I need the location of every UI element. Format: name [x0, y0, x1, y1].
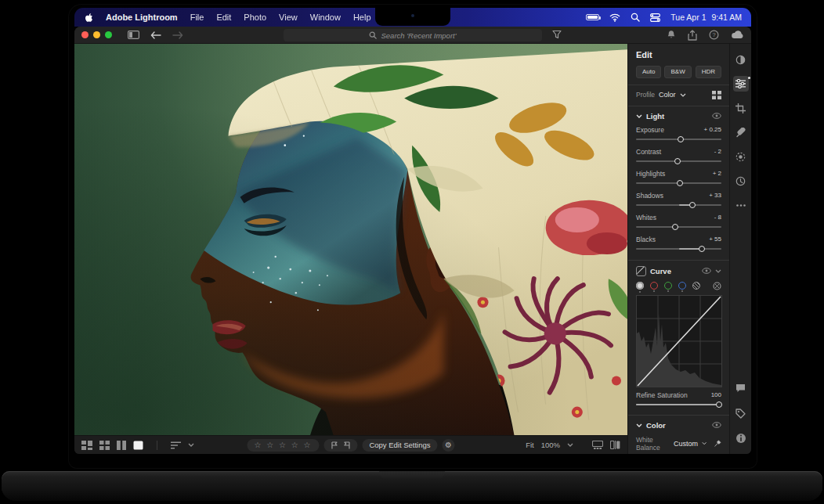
light-visibility-icon[interactable]: [712, 113, 721, 119]
battery-icon[interactable]: [586, 14, 599, 20]
minimize-button[interactable]: [93, 31, 100, 38]
curve-collapse-chevron-icon[interactable]: [715, 269, 721, 273]
menu-file[interactable]: File: [190, 13, 204, 22]
control-center-icon[interactable]: [650, 13, 660, 22]
refine-saturation-slider[interactable]: [636, 401, 721, 408]
shadows-slider-track[interactable]: [636, 201, 721, 208]
contrast-slider-knob[interactable]: [674, 158, 681, 164]
star-rating-control[interactable]: ☆ ☆ ☆ ☆ ☆: [247, 439, 319, 452]
cloud-sync-icon[interactable]: [731, 31, 744, 39]
menu-view[interactable]: View: [279, 13, 298, 22]
menu-bar-clock[interactable]: Tue Apr 19:41 AM: [670, 13, 742, 22]
healing-icon[interactable]: [733, 124, 749, 140]
menu-photo[interactable]: Photo: [244, 13, 266, 22]
back-arrow-icon[interactable]: [150, 31, 161, 39]
exposure-slider-knob[interactable]: [678, 136, 684, 142]
gear-icon[interactable]: ⚙: [443, 439, 455, 452]
info-icon[interactable]: [733, 430, 749, 446]
wifi-icon[interactable]: [609, 13, 620, 22]
camera-dot: [411, 14, 414, 17]
white-balance-label: White Balance: [636, 436, 670, 452]
search-placeholder: Search 'Recent Import': [381, 31, 456, 40]
help-icon[interactable]: ?: [709, 30, 719, 40]
whites-value: - 8: [714, 214, 721, 221]
light-section-header[interactable]: Light: [636, 112, 721, 121]
menu-window[interactable]: Window: [310, 13, 341, 22]
zoom-chevron-icon[interactable]: [567, 443, 573, 447]
color-visibility-icon[interactable]: [712, 422, 721, 428]
search-input[interactable]: Search 'Recent Import': [284, 29, 542, 41]
photo-canvas[interactable]: [74, 44, 627, 435]
contrast-slider-track[interactable]: [636, 157, 721, 164]
profile-value[interactable]: Color: [659, 91, 676, 99]
keywords-tag-icon[interactable]: [733, 405, 749, 421]
profile-browser-icon[interactable]: [712, 91, 721, 99]
flag-controls[interactable]: [323, 439, 357, 452]
slider-shadows: Shadows+ 33: [636, 192, 721, 208]
hdr-button[interactable]: HDR: [696, 66, 721, 78]
reject-flag-icon[interactable]: [343, 441, 350, 449]
copy-edit-settings-button[interactable]: Copy Edit Settings: [362, 439, 437, 452]
exposure-slider-track[interactable]: [636, 135, 721, 142]
before-after-icon[interactable]: [610, 441, 620, 449]
curve-channel-parametric[interactable]: [692, 282, 700, 290]
highlights-slider-track[interactable]: [636, 179, 721, 186]
presets-icon[interactable]: [733, 52, 749, 67]
fit-label[interactable]: Fit: [526, 441, 534, 449]
curve-section-header[interactable]: Curve: [636, 266, 721, 276]
blacks-value: + 55: [709, 236, 721, 243]
profile-chevron-icon[interactable]: [680, 93, 686, 97]
masking-icon[interactable]: [733, 149, 749, 164]
share-icon[interactable]: [688, 30, 697, 41]
slider-whites: Whites- 8: [636, 214, 721, 230]
menu-help[interactable]: Help: [353, 13, 371, 22]
comments-icon[interactable]: [733, 380, 749, 396]
sort-icon[interactable]: [171, 441, 181, 449]
menu-app-name[interactable]: Adobe Lightroom: [106, 13, 178, 22]
sort-chevron-icon[interactable]: [188, 443, 194, 447]
more-tools-icon[interactable]: [733, 197, 749, 213]
versions-icon[interactable]: [733, 173, 749, 189]
detail-view-icon[interactable]: [133, 441, 143, 450]
close-button[interactable]: [81, 31, 89, 38]
curve-visibility-icon[interactable]: [702, 268, 711, 274]
edit-sliders-icon[interactable]: [733, 76, 749, 92]
zoom-button[interactable]: [105, 31, 112, 38]
curve-channel-green[interactable]: [664, 282, 672, 290]
sidebar-toggle-icon[interactable]: [128, 31, 139, 39]
menu-edit[interactable]: Edit: [216, 13, 231, 22]
whites-slider-knob[interactable]: [672, 224, 678, 230]
curve-channel-all[interactable]: [636, 282, 644, 290]
blacks-slider-knob[interactable]: [699, 246, 705, 252]
photo-grid-view-icon[interactable]: [81, 441, 92, 450]
white-balance-chevron-icon[interactable]: [702, 441, 707, 445]
star-icons[interactable]: ☆ ☆ ☆ ☆ ☆: [254, 441, 312, 449]
targeted-adjustment-icon[interactable]: [713, 282, 721, 290]
curve-channel-blue[interactable]: [678, 282, 686, 290]
blacks-slider-track[interactable]: [636, 245, 721, 252]
camera-notch: [375, 5, 450, 26]
shadows-value: + 33: [709, 192, 721, 200]
eyedropper-icon[interactable]: [714, 439, 721, 448]
spotlight-search-icon[interactable]: [631, 13, 640, 22]
notifications-bell-icon[interactable]: [667, 30, 676, 40]
pick-flag-icon[interactable]: [331, 441, 338, 449]
filmstrip-toggle-icon[interactable]: [592, 441, 603, 449]
square-grid-view-icon[interactable]: [99, 441, 110, 450]
shadows-slider-knob[interactable]: [689, 202, 696, 208]
bw-button[interactable]: B&W: [664, 66, 691, 78]
highlights-slider-knob[interactable]: [677, 180, 683, 186]
tone-curve-graph[interactable]: [636, 295, 722, 387]
color-section-header[interactable]: Color: [636, 421, 721, 430]
zoom-level[interactable]: 100%: [541, 441, 560, 449]
slider-blacks: Blacks+ 55: [636, 236, 721, 252]
curve-channel-red[interactable]: [650, 282, 658, 290]
compare-view-icon[interactable]: [117, 441, 126, 450]
white-balance-value[interactable]: Custom: [674, 440, 698, 448]
apple-menu-icon[interactable]: [84, 13, 93, 23]
auto-button[interactable]: Auto: [636, 66, 661, 78]
forward-arrow-icon[interactable]: [172, 31, 183, 39]
whites-slider-track[interactable]: [636, 223, 721, 230]
filter-icon[interactable]: [552, 30, 562, 39]
crop-icon[interactable]: [733, 100, 749, 116]
